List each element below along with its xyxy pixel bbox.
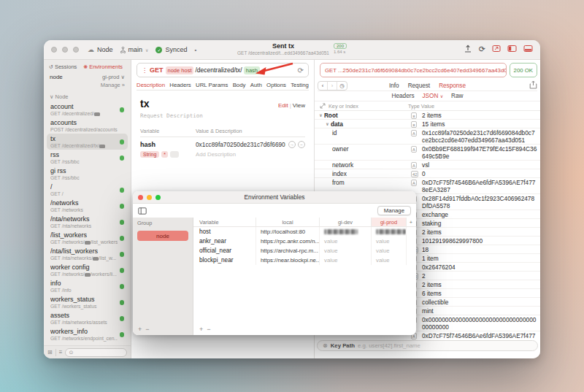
gi-prod-value[interactable]: value [371,246,406,255]
manage-button[interactable]: Manage [377,206,411,215]
request-tab-description[interactable]: Description [137,82,165,88]
history-clock-button[interactable]: ◷ [337,82,347,90]
column-header-gi-dev[interactable]: gi-dev [319,218,371,226]
sidebar-request-item[interactable]: accountGET /decentralized/ [47,101,128,118]
traffic-lights[interactable] [51,47,79,53]
sidebar-request-item[interactable]: /GET / [47,182,128,198]
required-chip[interactable]: * [161,151,168,158]
request-tab-testing[interactable]: Testing [291,82,309,88]
manage-environments-link[interactable]: Manage » [44,80,131,88]
toggle-sidebar-icon[interactable] [507,45,517,53]
sidebar-request-item[interactable]: txGET /decentralized/tx/ [47,134,128,150]
environment-variable-row[interactable]: blockpi_nearhttps://near.blockpi.ne...va… [193,255,416,265]
sidebar-request-item[interactable]: workers_statusGET /workers_status [47,294,128,310]
history-forward-button[interactable]: › [328,82,337,90]
json-tree-row[interactable]: ∨data≡15 items [315,120,540,128]
local-value[interactable]: http://localhost:80 [256,227,319,237]
gi-prod-value[interactable]: value [371,255,406,265]
insert-value-icon[interactable]: → [288,141,296,148]
sidebar-request-item[interactable]: infoGET /info [47,278,128,294]
new-request-icon[interactable]: ⊞ [47,349,53,356]
environment-variable-row[interactable]: hosthttp://localhost:80 [193,227,416,237]
request-tab-headers[interactable]: Headers [169,82,191,88]
json-tree-row[interactable]: idA0x1cc89fa70250de231c7d6f669084db0c7ce… [315,128,540,145]
edit-link[interactable]: Edit [278,102,288,109]
url-env-variable-chip[interactable]: node host [166,66,194,74]
remove-row-icon[interactable]: − [298,141,305,148]
refresh-icon[interactable]: ⟳ [298,66,304,74]
variable-row[interactable]: hashString*0x1cc89fa70250de231c7d6f66908… [140,137,305,158]
gi-dev-value[interactable]: value [319,237,371,246]
gi-prod-value[interactable] [371,227,406,237]
variable-add-remove[interactable]: +− [199,326,215,333]
request-description-placeholder[interactable]: Request Description [131,109,314,119]
sidebar-request-item[interactable]: /nta/list_workersGET /nta/networks//list… [47,246,128,262]
response-url-summary[interactable]: GET ...250de231c7d6f669084db0c7ce2bcc2cd… [320,63,507,77]
sidebar-request-item[interactable]: /networksGET /networks [47,198,128,214]
dialog-close-button[interactable] [138,195,143,200]
request-method[interactable]: GET [150,66,164,74]
column-header-gi-prod[interactable]: gi-prod [371,218,406,226]
gi-dev-value[interactable]: value [319,255,371,265]
new-window-icon[interactable] [492,45,501,53]
request-tab-options[interactable]: Options [266,82,286,88]
project-selector[interactable]: ☁ Node [88,46,113,53]
sync-status[interactable]: ✓ Synced [155,46,187,53]
close-window-button[interactable] [51,47,57,53]
group-add-remove[interactable]: +− [138,326,153,333]
sidebar-request-item[interactable]: worker configGET /networks//workers/li..… [47,262,128,278]
response-tab-info[interactable]: Info [389,82,399,89]
sidebar-request-item[interactable]: accountsPOST /decentralized/accounts [47,118,128,134]
variable-value[interactable]: 0x1cc89fa70250de231c7d6f669084d... [196,141,285,148]
add-environment-column-button[interactable]: + [406,218,415,226]
gi-dev-value[interactable] [319,227,371,237]
sidebar-request-item[interactable]: /list_workersGET /networks//list_workers [47,230,128,246]
expand-all-icon[interactable] [320,103,326,109]
sidebar-search-input[interactable]: ⊙ [65,348,127,357]
response-tab-response[interactable]: Response [439,82,466,89]
add-description-placeholder[interactable]: Add Description [196,151,285,158]
sidebar-request-item[interactable]: /nta/networksGET /nta/networks [47,214,128,230]
json-tree-row[interactable]: index420 [315,169,540,178]
drag-handle-icon[interactable]: ⋮ [142,67,147,74]
disclosure-triangle[interactable]: ∨ [319,112,323,119]
local-value[interactable]: https://near.blockpi.ne... [256,255,319,265]
key-path-input[interactable]: ⊗ Key Path e.g. users[42].first_name [317,340,538,351]
sync-icon[interactable]: ⟳ [479,45,485,53]
group-item-node[interactable]: node [137,231,188,241]
dialog-zoom-button[interactable] [155,195,161,200]
sidebar-request-item[interactable]: gi rssGET /rss/bbc [47,166,128,182]
option-chip[interactable] [170,151,179,158]
dialog-minimize-button[interactable] [147,195,152,200]
view-link[interactable]: View [293,102,305,109]
request-tab-url-params[interactable]: URL Params [196,82,228,88]
environment-variable-row[interactable]: official_nearhttps://archival-rpc.m...va… [193,246,416,255]
column-header-local[interactable]: local [256,218,319,226]
minimize-window-button[interactable] [62,47,68,53]
local-value[interactable]: https://rpc.ankr.com/n... [256,237,319,246]
toggle-bottom-panel-icon[interactable] [523,45,533,53]
sidebar-request-item[interactable]: workers_infoGET /networks/endpoint_cen..… [47,326,128,342]
view-tab-headers[interactable]: Headers [392,93,415,99]
json-tree-row[interactable]: ∨Root≡2 items [315,111,540,120]
environment-selector[interactable]: gi-prod ∨ [102,74,125,80]
response-tab-request[interactable]: Request [408,82,431,89]
zoom-window-button[interactable] [73,47,79,53]
sort-filter-icon[interactable]: ≡ [59,349,63,356]
request-tab-body[interactable]: Body [233,82,246,88]
type-chip[interactable]: String [140,151,159,158]
json-tree-row[interactable]: ownerA0x0Bb9EF688199f947E79fE4c15F894C36… [315,145,540,161]
local-value[interactable]: https://archival-rpc.m... [256,246,319,255]
sidebar-tab-environments[interactable]: ❋Environments [83,64,123,70]
sidebar-request-item[interactable]: rssGET /rss/bbc [47,150,128,166]
sidebar-tab-sessions[interactable]: ↺Sessions [49,64,77,70]
dialog-toggle-sidebar-icon[interactable] [138,207,147,215]
import-icon[interactable] [464,45,472,53]
history-back-button[interactable]: ‹ [318,82,328,90]
request-tab-auth[interactable]: Auth [250,82,262,88]
gi-dev-value[interactable]: value [319,246,371,255]
branch-selector[interactable]: main ∨ [120,46,149,53]
dialog-traffic-lights[interactable] [138,195,161,200]
gi-prod-value[interactable]: value [371,237,406,246]
share-icon[interactable] [529,79,537,92]
